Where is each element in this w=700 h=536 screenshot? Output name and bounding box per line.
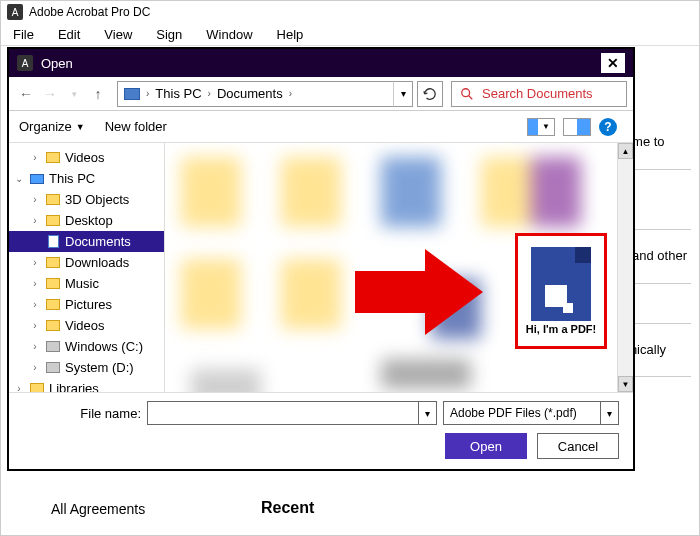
preview-pane-button[interactable] (563, 118, 591, 136)
svg-line-1 (469, 95, 473, 99)
scroll-down-button[interactable]: ▼ (618, 376, 633, 392)
folder-icon (45, 151, 61, 165)
acrobat-logo-icon: A (7, 4, 23, 20)
organize-menu[interactable]: Organize ▼ (19, 119, 85, 134)
folder-icon (45, 277, 61, 291)
tree-item-label: This PC (49, 171, 95, 186)
filename-dropdown[interactable]: ▾ (418, 402, 436, 424)
chevron-icon: › (29, 257, 41, 268)
tree-item-label: Music (65, 276, 99, 291)
menu-file[interactable]: File (3, 25, 44, 44)
tree-item-label: Videos (65, 318, 105, 333)
tree-item-downloads[interactable]: ›Downloads (9, 252, 164, 273)
menu-bar: File Edit View Sign Window Help (1, 23, 699, 45)
folder-icon (45, 319, 61, 333)
folder-icon (45, 214, 61, 228)
chevron-right-icon: › (208, 88, 211, 99)
tree-item-label: Documents (65, 234, 131, 249)
vertical-scrollbar[interactable]: ▲ ▼ (617, 143, 633, 392)
chevron-icon: › (29, 278, 41, 289)
menu-view[interactable]: View (94, 25, 142, 44)
tree-item-label: Libraries (49, 381, 99, 392)
tree-item-videos[interactable]: ›Videos (9, 147, 164, 168)
nav-up-icon[interactable]: ↑ (87, 83, 109, 105)
highlighted-pdf-file[interactable]: Hi, I'm a PDF! (515, 233, 607, 349)
tree-item-videos[interactable]: ›Videos (9, 315, 164, 336)
drive-icon (45, 340, 61, 354)
nav-history-dropdown[interactable]: ▾ (63, 83, 85, 105)
folder-icon (45, 298, 61, 312)
filename-input[interactable]: ▾ (147, 401, 437, 425)
search-icon (460, 87, 474, 101)
tree-item-label: Videos (65, 150, 105, 165)
breadcrumb-root[interactable]: This PC (155, 86, 201, 101)
tree-item-libraries[interactable]: ›Libraries (9, 378, 164, 392)
chevron-right-icon: › (146, 88, 149, 99)
folder-icon (45, 256, 61, 270)
folder-icon (45, 193, 61, 207)
tree-item-label: Desktop (65, 213, 113, 228)
tree-item-label: Pictures (65, 297, 112, 312)
tree-item-label: Downloads (65, 255, 129, 270)
app-title: Adobe Acrobat Pro DC (29, 5, 150, 19)
tree-item-3d-objects[interactable]: ›3D Objects (9, 189, 164, 210)
breadcrumb-folder[interactable]: Documents (217, 86, 283, 101)
tree-item-label: 3D Objects (65, 192, 129, 207)
breadcrumb[interactable]: › This PC › Documents › (117, 81, 394, 107)
tree-item-system--d--[interactable]: ›System (D:) (9, 357, 164, 378)
tree-item-windows--c--[interactable]: ›Windows (C:) (9, 336, 164, 357)
pdf-file-label: Hi, I'm a PDF! (526, 323, 596, 335)
pc-icon (29, 172, 45, 186)
close-button[interactable]: ✕ (601, 53, 625, 73)
nav-back-icon[interactable]: ← (15, 83, 37, 105)
open-button[interactable]: Open (445, 433, 527, 459)
dialog-title: Open (41, 56, 73, 71)
tree-item-label: System (D:) (65, 360, 134, 375)
file-type-filter[interactable]: Adobe PDF Files (*.pdf) ▾ (443, 401, 619, 425)
tree-item-this-pc[interactable]: ⌄This PC (9, 168, 164, 189)
dialog-titlebar: A Open ✕ (9, 49, 633, 77)
chevron-icon: › (29, 341, 41, 352)
app-titlebar: A Adobe Acrobat Pro DC (1, 1, 699, 23)
filter-dropdown[interactable]: ▾ (600, 402, 618, 424)
menu-window[interactable]: Window (196, 25, 262, 44)
open-dialog: A Open ✕ ← → ▾ ↑ › This PC › Documents ›… (7, 47, 635, 471)
drive-icon (45, 361, 61, 375)
chevron-icon: › (29, 299, 41, 310)
menu-sign[interactable]: Sign (146, 25, 192, 44)
view-mode-button[interactable]: ▼ (527, 118, 555, 136)
cancel-button[interactable]: Cancel (537, 433, 619, 459)
chevron-down-icon: ▼ (76, 122, 85, 132)
help-button[interactable]: ? (599, 118, 617, 136)
chevron-icon: ⌄ (13, 173, 25, 184)
pc-icon (124, 88, 140, 100)
scroll-up-button[interactable]: ▲ (618, 143, 633, 159)
file-list-area[interactable]: Hi, I'm a PDF! ▲ ▼ (165, 143, 633, 392)
search-placeholder: Search Documents (482, 86, 593, 101)
nav-forward-icon: → (39, 83, 61, 105)
tree-item-desktop[interactable]: ›Desktop (9, 210, 164, 231)
menu-help[interactable]: Help (267, 25, 314, 44)
tree-item-pictures[interactable]: ›Pictures (9, 294, 164, 315)
chevron-right-icon: › (289, 88, 292, 99)
refresh-button[interactable] (417, 81, 443, 107)
svg-point-0 (462, 88, 470, 96)
chevron-icon: › (29, 320, 41, 331)
menu-edit[interactable]: Edit (48, 25, 90, 44)
pdf-file-icon (531, 247, 591, 321)
acrobat-logo-icon: A (17, 55, 33, 71)
dialog-toolbar: Organize ▼ New folder ▼ ? (9, 111, 633, 143)
filename-label: File name: (23, 406, 141, 421)
bg-recent: Recent (261, 499, 314, 517)
tree-item-label: Windows (C:) (65, 339, 143, 354)
breadcrumb-dropdown[interactable]: ▾ (393, 81, 413, 107)
folder-tree[interactable]: ›Videos⌄This PC›3D Objects›DesktopDocume… (9, 143, 165, 392)
chevron-icon: › (29, 152, 41, 163)
chevron-icon: › (29, 362, 41, 373)
bg-all-agreements[interactable]: All Agreements (51, 501, 145, 517)
tree-item-documents[interactable]: Documents (9, 231, 164, 252)
new-folder-button[interactable]: New folder (105, 119, 167, 134)
dialog-navbar: ← → ▾ ↑ › This PC › Documents › ▾ Search… (9, 77, 633, 111)
search-input[interactable]: Search Documents (451, 81, 627, 107)
tree-item-music[interactable]: ›Music (9, 273, 164, 294)
